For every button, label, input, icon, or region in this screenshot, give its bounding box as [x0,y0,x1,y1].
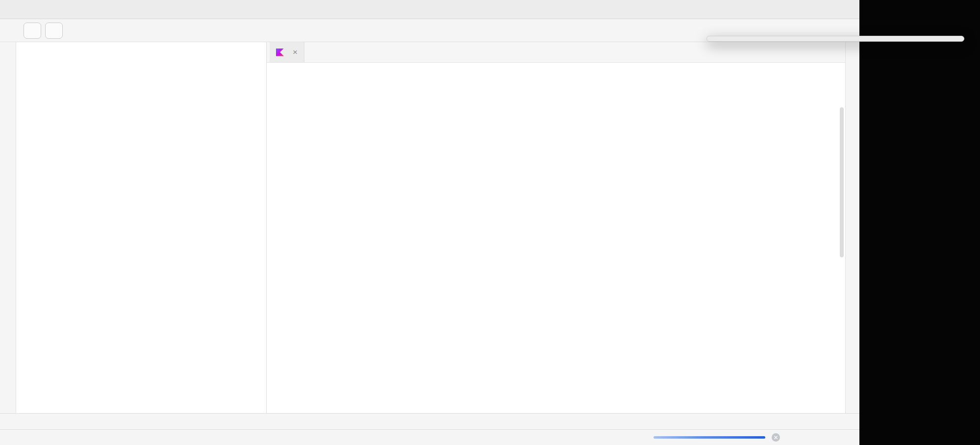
tab-mainactivity[interactable]: × [270,42,304,62]
android-studio-window: × ✕ [0,0,859,445]
editor: × [267,42,845,413]
device-select[interactable] [45,23,63,39]
editor-scrollbar[interactable] [840,107,844,257]
right-tool-stripe [845,42,859,413]
project-panel [16,42,267,413]
project-panel-header [16,42,266,62]
close-window-button[interactable] [7,6,14,13]
vcs-widget-button[interactable] [5,23,20,38]
titlebar [0,0,859,19]
status-bar: ✕ [0,429,859,445]
minimize-window-button[interactable] [19,6,26,13]
main-area: × [0,42,859,413]
left-tool-stripe [0,42,16,413]
run-configuration-select[interactable] [24,23,41,39]
cancel-build-button[interactable]: ✕ [772,433,780,442]
traffic-lights [0,6,38,13]
build-progress: ✕ [647,433,780,442]
zoom-window-button[interactable] [30,6,38,13]
close-tab-icon[interactable]: × [293,48,298,56]
tool-window-bar [0,413,859,429]
code-area[interactable] [267,63,845,413]
profiler-dropdown-menu [706,36,964,42]
editor-tab-bar: × [267,42,845,63]
kotlin-file-icon [276,49,284,56]
build-progress-bar [653,436,765,439]
